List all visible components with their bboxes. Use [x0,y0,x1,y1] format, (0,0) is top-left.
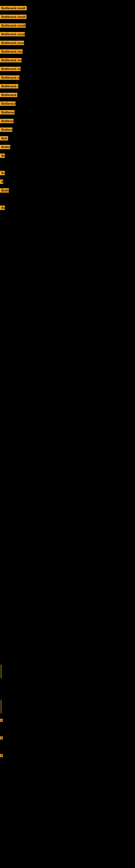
bottleneck-badge-6: Bottleneck resul [0,50,23,54]
bottleneck-badge-11: Bottleneck resu [0,93,17,97]
bottleneck-badge-14: Bottleneck re [0,119,13,123]
bottleneck-badge-22: Bo [0,206,5,210]
bottleneck-badge-19: Bo [0,171,5,175]
bottleneck-badge-3: Bottleneck result [0,23,26,28]
bottleneck-badge-16: Bott [0,136,8,141]
bottleneck-badge-21: Bottle [0,188,9,193]
bottleneck-badge-20: B [0,180,3,184]
bottleneck-badge-9: Bottleneck resul [0,75,19,80]
site-title [0,0,135,3]
bottleneck-badge-5: Bottleneck result [0,41,24,45]
bottleneck-badge-8: Bottleneck result [0,67,20,71]
bottleneck-badge-2: Bottleneck result [0,14,27,19]
bottleneck-badge-13: Bottleneck res [0,110,14,115]
vertical-bar-2 [1,700,1,713]
bottleneck-badge-4: Bottleneck result [0,32,25,36]
bottleneck-badge-bottom-1: B [0,719,3,722]
bottleneck-badge-18: Bo [0,154,5,158]
bottleneck-badge-bottom-2: B [0,737,3,739]
bottleneck-badge-15: Bottleneck [0,127,12,132]
bottleneck-badge-1: Bottleneck result [0,6,27,10]
vertical-bar-1 [1,664,1,678]
bottleneck-badge-10: Bottleneck resul [0,84,18,88]
bottleneck-badge-7: Bottleneck result [0,58,21,62]
bottleneck-badge-12: Bottleneck res [0,101,16,106]
bottleneck-badge-17: Bottlene [0,145,10,149]
bottleneck-badge-bottom-3: B [0,754,3,757]
